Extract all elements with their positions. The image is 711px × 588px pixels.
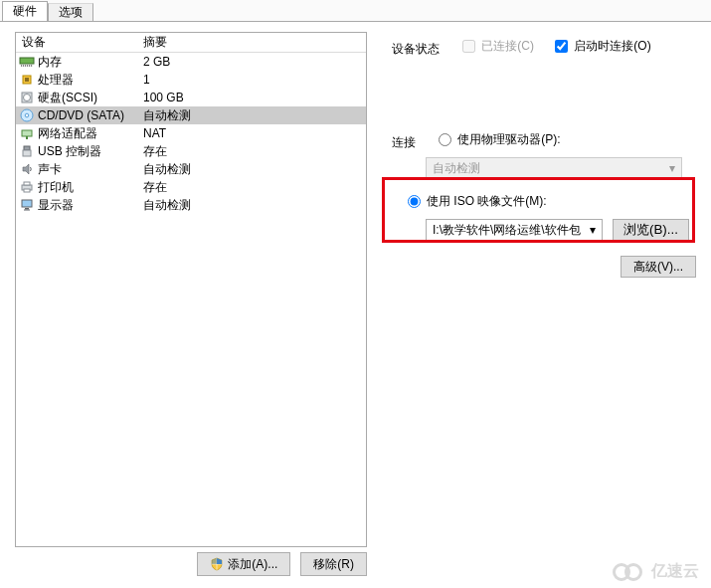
hardware-row-name: 声卡 bbox=[38, 161, 143, 178]
display-icon bbox=[16, 198, 38, 212]
chevron-down-icon: ▾ bbox=[590, 223, 596, 237]
svg-rect-21 bbox=[25, 208, 29, 210]
svg-rect-15 bbox=[24, 146, 30, 150]
use-physical-radio-row: 使用物理驱动器(P): bbox=[439, 131, 560, 148]
hardware-row[interactable]: 内存2 GB bbox=[16, 53, 366, 71]
remove-button-label: 移除(R) bbox=[313, 556, 354, 573]
use-physical-radio[interactable] bbox=[439, 133, 451, 146]
svg-point-12 bbox=[25, 113, 29, 117]
connect-at-poweron-row: 启动时连接(O) bbox=[555, 38, 650, 55]
advanced-button[interactable]: 高级(V)... bbox=[621, 256, 696, 278]
hardware-row-name: 网络适配器 bbox=[38, 125, 143, 142]
hdd-icon bbox=[16, 91, 38, 104]
hardware-row[interactable]: 硬盘(SCSI)100 GB bbox=[16, 89, 366, 106]
connection-group: 连接 使用物理驱动器(P): 自动检测 ▾ 使用 ISO 映像文件(M): I:… bbox=[390, 121, 696, 241]
connect-at-poweron-label: 启动时连接(O) bbox=[574, 38, 650, 55]
tab-options[interactable]: 选项 bbox=[48, 3, 93, 21]
hardware-row-name: 处理器 bbox=[38, 72, 143, 89]
use-iso-label: 使用 ISO 映像文件(M): bbox=[427, 193, 547, 210]
svg-rect-18 bbox=[24, 182, 30, 185]
svg-rect-0 bbox=[20, 58, 34, 64]
browse-button-label: 浏览(B)... bbox=[623, 221, 678, 239]
advanced-button-label: 高级(V)... bbox=[633, 259, 683, 276]
hardware-row[interactable]: 打印机存在 bbox=[16, 178, 366, 196]
cpu-icon bbox=[16, 73, 38, 87]
hardware-row-name: 硬盘(SCSI) bbox=[38, 90, 143, 106]
svg-rect-14 bbox=[26, 136, 28, 139]
device-status-group: 设备状态 已连接(C) 启动时连接(O) bbox=[390, 32, 651, 58]
use-iso-radio-row: 使用 ISO 映像文件(M): bbox=[408, 193, 547, 210]
advanced-button-wrap: 高级(V)... bbox=[621, 256, 696, 278]
svg-rect-16 bbox=[23, 150, 31, 156]
hardware-row[interactable]: USB 控制器存在 bbox=[16, 142, 366, 160]
connect-at-poweron-checkbox[interactable] bbox=[555, 40, 568, 53]
hardware-row-name: 内存 bbox=[38, 54, 143, 71]
hardware-row-summary: 自动检测 bbox=[143, 161, 366, 178]
add-button-label: 添加(A)... bbox=[228, 556, 277, 573]
svg-point-10 bbox=[24, 95, 31, 101]
col-summary: 摘要 bbox=[143, 34, 366, 51]
add-button[interactable]: 添加(A)... bbox=[197, 552, 290, 576]
browse-button[interactable]: 浏览(B)... bbox=[613, 219, 689, 241]
tab-strip: 硬件 选项 bbox=[0, 0, 711, 22]
iso-path-value: I:\教学软件\网络运维\软件包 bbox=[433, 222, 581, 239]
tab-hardware[interactable]: 硬件 bbox=[2, 1, 48, 21]
hardware-row-summary: 自动检测 bbox=[143, 197, 366, 214]
iso-path-combo[interactable]: I:\教学软件\网络运维\软件包 ▾ bbox=[426, 219, 603, 241]
hardware-row-name: USB 控制器 bbox=[38, 143, 143, 160]
connected-label: 已连接(C) bbox=[481, 38, 534, 55]
hardware-row-summary: 2 GB bbox=[143, 55, 366, 69]
connected-checkbox bbox=[462, 40, 475, 53]
net-icon bbox=[16, 126, 38, 140]
hardware-row-summary: 自动检测 bbox=[143, 107, 366, 124]
cd-icon bbox=[16, 108, 38, 122]
hardware-row-summary: 存在 bbox=[143, 179, 366, 196]
svg-rect-20 bbox=[22, 200, 32, 207]
memory-icon bbox=[16, 56, 38, 68]
device-status-title: 设备状态 bbox=[390, 42, 442, 56]
chevron-down-icon: ▾ bbox=[669, 161, 675, 175]
watermark: 亿速云 bbox=[612, 561, 699, 582]
hardware-row-name: 显示器 bbox=[38, 197, 143, 214]
col-device: 设备 bbox=[16, 34, 143, 51]
hardware-row-name: CD/DVD (SATA) bbox=[38, 108, 143, 122]
use-iso-radio[interactable] bbox=[408, 195, 421, 208]
hardware-row[interactable]: 网络适配器NAT bbox=[16, 124, 366, 142]
hardware-row[interactable]: 显示器自动检测 bbox=[16, 196, 366, 214]
watermark-text: 亿速云 bbox=[651, 561, 699, 582]
svg-rect-2 bbox=[23, 65, 24, 67]
hardware-buttons: 添加(A)... 移除(R) bbox=[15, 552, 367, 576]
svg-rect-3 bbox=[25, 65, 26, 67]
svg-rect-5 bbox=[29, 65, 30, 67]
connected-checkbox-row: 已连接(C) bbox=[462, 38, 534, 55]
hardware-list-header: 设备 摘要 bbox=[16, 33, 366, 53]
tab-options-label: 选项 bbox=[59, 4, 83, 21]
printer-icon bbox=[16, 180, 38, 194]
hardware-row-summary: 存在 bbox=[143, 143, 366, 160]
svg-rect-1 bbox=[21, 65, 22, 67]
hardware-row-summary: 1 bbox=[143, 73, 366, 87]
hardware-list-panel: 设备 摘要 内存2 GB处理器1硬盘(SCSI)100 GBCD/DVD (SA… bbox=[15, 32, 367, 547]
hardware-row[interactable]: 声卡自动检测 bbox=[16, 160, 366, 178]
sound-icon bbox=[16, 162, 38, 176]
svg-rect-22 bbox=[24, 210, 30, 211]
use-physical-label: 使用物理驱动器(P): bbox=[457, 131, 560, 148]
shield-icon bbox=[210, 557, 224, 571]
hardware-row[interactable]: 处理器1 bbox=[16, 71, 366, 89]
hardware-row-summary: NAT bbox=[143, 126, 366, 140]
svg-rect-6 bbox=[31, 65, 32, 67]
right-panel: 设备状态 已连接(C) 启动时连接(O) 连接 使用物理驱动器(P): 自动检测… bbox=[384, 32, 696, 578]
hardware-row-summary: 100 GB bbox=[143, 91, 366, 104]
hardware-row[interactable]: CD/DVD (SATA)自动检测 bbox=[16, 106, 366, 124]
tab-hardware-label: 硬件 bbox=[13, 3, 37, 20]
connection-title: 连接 bbox=[390, 135, 418, 149]
svg-rect-4 bbox=[27, 65, 28, 67]
svg-rect-8 bbox=[25, 78, 29, 82]
hardware-row-name: 打印机 bbox=[38, 179, 143, 196]
svg-rect-13 bbox=[22, 130, 32, 136]
watermark-logo-icon bbox=[612, 562, 645, 582]
remove-button[interactable]: 移除(R) bbox=[300, 552, 367, 576]
iso-path-row: I:\教学软件\网络运维\软件包 ▾ 浏览(B)... bbox=[426, 219, 696, 241]
usb-icon bbox=[16, 144, 38, 158]
svg-rect-19 bbox=[24, 189, 30, 192]
